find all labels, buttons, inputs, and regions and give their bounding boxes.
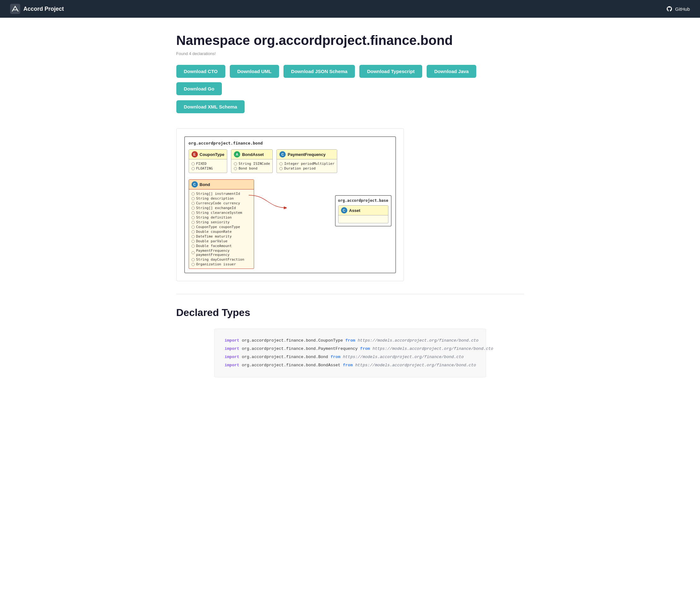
class-name-asset: Asset [349, 208, 360, 213]
uml-asset-header: C Asset [338, 206, 388, 215]
code-block: import org.accordproject.finance.bond.Co… [214, 329, 486, 377]
kw-import-4: import [225, 363, 240, 368]
field-floating: FLOATING [192, 166, 224, 170]
field-fixed: FIXED [192, 162, 224, 166]
btn-download-json-schema[interactable]: Download JSON Schema [283, 65, 355, 78]
uml-base-namespace: org.accordproject.base C Asset [335, 195, 392, 227]
uml-diagram: org.accordproject.finance.bond E CouponT… [176, 128, 404, 281]
uml-class-paymentfrequency: C PaymentFrequency Integer periodMultipl… [277, 149, 337, 173]
uml-base-label: org.accordproject.base [338, 198, 388, 203]
field-bond: Bond bond [234, 166, 270, 170]
class-name-bondasset: BondAsset [242, 152, 264, 157]
import-line-1: import org.accordproject.finance.bond.Co… [225, 337, 476, 345]
field-circle [192, 263, 195, 266]
found-count: Found 4 declarations! [176, 51, 524, 56]
kw-from-3: from [331, 355, 341, 359]
field-circle [192, 192, 195, 195]
uml-arrow [249, 192, 287, 211]
badge-a-bondasset: A [234, 151, 240, 158]
field-circle [192, 258, 195, 261]
field-circle [279, 167, 283, 170]
uml-bondasset-body: String ISINCode Bond bond [231, 160, 272, 173]
field-circle [192, 245, 195, 248]
badge-c-asset: C [341, 207, 347, 213]
btn-download-xml-schema[interactable]: Download XML Schema [176, 100, 245, 113]
github-icon [666, 6, 673, 12]
url-2: https://models.accordproject.org/finance… [373, 347, 493, 351]
field-circle [192, 207, 195, 210]
field-circle [192, 235, 195, 238]
field-circle [192, 162, 195, 165]
uml-class-coupontype-header: E CouponType [189, 150, 227, 160]
field-circle [192, 251, 195, 254]
btn-download-typescript[interactable]: Download Typescript [359, 65, 422, 78]
kw-import-2: import [225, 347, 240, 351]
badge-c-paymentfrequency: C [279, 151, 286, 158]
field-circle [192, 221, 195, 224]
badge-e-coupontype: E [192, 151, 198, 158]
field-circle [192, 240, 195, 243]
svg-rect-0 [10, 4, 20, 14]
github-link[interactable]: GitHub [666, 6, 690, 12]
field-circle [192, 197, 195, 200]
uml-top-row: E CouponType FIXED FLOATING [189, 149, 392, 173]
download-buttons-row2: Download XML Schema [176, 100, 524, 113]
page-title: Namespace org.accordproject.finance.bond [176, 33, 524, 48]
brand-link[interactable]: Accord Project [10, 4, 64, 14]
uml-class-paymentfrequency-header: C PaymentFrequency [277, 150, 337, 160]
class-name-bond: Bond [200, 182, 210, 187]
accord-logo [10, 4, 20, 14]
kw-from-2: from [360, 347, 370, 351]
import-line-4: import org.accordproject.finance.bond.Bo… [225, 361, 476, 370]
kw-import-1: import [225, 338, 240, 343]
import-line-2: import org.accordproject.finance.bond.Pa… [225, 345, 476, 353]
class-path-3: org.accordproject.finance.bond.Bond [242, 355, 331, 359]
field-isincode: String ISINCode [234, 162, 270, 166]
uml-class-bond: C Bond String[] instrumentId String desc… [189, 179, 254, 269]
main-content: Namespace org.accordproject.finance.bond… [164, 18, 537, 396]
field-circle [192, 230, 195, 233]
uml-paymentfrequency-body: Integer periodMultiplier Duration period [277, 160, 337, 173]
uml-class-bond-header: C Bond [189, 180, 254, 189]
github-label: GitHub [675, 6, 690, 12]
btn-download-java[interactable]: Download Java [426, 65, 476, 78]
btn-download-uml[interactable]: Download UML [230, 65, 279, 78]
uml-class-bondasset: A BondAsset String ISINCode Bond bond [231, 149, 273, 173]
field-circle [279, 162, 283, 165]
uml-outer-namespace: org.accordproject.finance.bond E CouponT… [184, 136, 396, 273]
download-buttons-row: Download CTO Download UML Download JSON … [176, 65, 524, 95]
class-path-1: org.accordproject.finance.bond.CouponTyp… [242, 338, 345, 343]
field-circle [192, 211, 195, 214]
class-path-4: org.accordproject.finance.bond.BondAsset [242, 363, 343, 368]
field-period: Duration period [279, 166, 334, 170]
btn-download-go[interactable]: Download Go [176, 82, 222, 95]
class-name-paymentfrequency: PaymentFrequency [288, 152, 326, 157]
class-name-coupontype: CouponType [200, 152, 224, 157]
class-path-2: org.accordproject.finance.bond.PaymentFr… [242, 347, 360, 351]
kw-import-3: import [225, 355, 240, 359]
import-line-3: import org.accordproject.finance.bond.Bo… [225, 353, 476, 361]
url-4: https://models.accordproject.org/finance… [355, 363, 476, 368]
uml-class-asset: C Asset [338, 205, 388, 223]
uml-asset-body [338, 215, 388, 223]
badge-c-bond: C [192, 181, 198, 188]
url-1: https://models.accordproject.org/finance… [358, 338, 479, 343]
field-circle [192, 202, 195, 205]
uml-coupontype-body: FIXED FLOATING [189, 160, 227, 173]
uml-namespace-label: org.accordproject.finance.bond [189, 141, 392, 146]
uml-class-bondasset-header: A BondAsset [231, 150, 272, 160]
field-periodmultiplier: Integer periodMultiplier [279, 162, 334, 166]
field-circle [234, 167, 237, 170]
url-3: https://models.accordproject.org/finance… [343, 355, 464, 359]
field-circle [234, 162, 237, 165]
kw-from-4: from [343, 363, 353, 368]
brand-name: Accord Project [23, 6, 64, 12]
btn-download-cto[interactable]: Download CTO [176, 65, 225, 78]
kw-from-1: from [345, 338, 355, 343]
field-circle [192, 167, 195, 170]
field-circle [192, 226, 195, 229]
uml-class-coupontype: E CouponType FIXED FLOATING [189, 149, 227, 173]
uml-bond-body: String[] instrumentId String description… [189, 189, 254, 269]
field-circle [192, 216, 195, 219]
navbar: Accord Project GitHub [0, 0, 700, 18]
